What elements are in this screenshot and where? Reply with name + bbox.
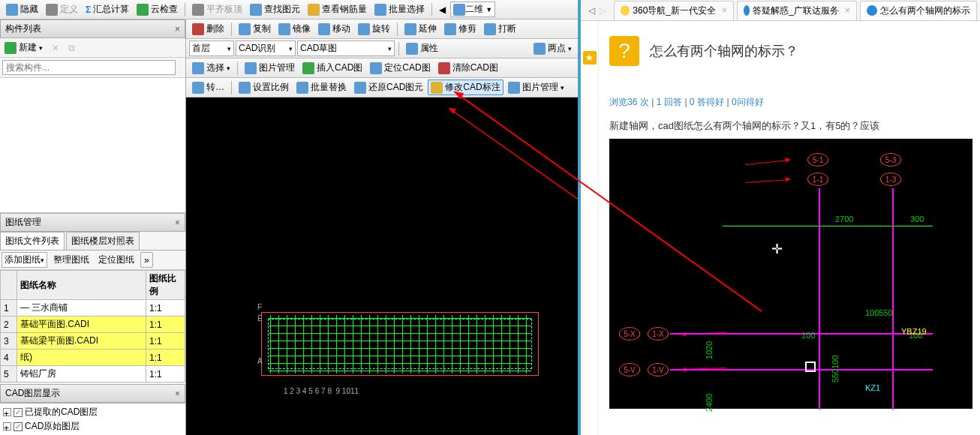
layer-row-extracted[interactable]: + ✓ 已提取的CAD图层 [2, 405, 184, 419]
pic-toolbar: 添加图纸▾ 整理图纸 定位图纸 » [0, 250, 185, 270]
hide-button[interactable]: 隐藏 [3, 2, 41, 17]
pic-table: 图纸名称 图纸比例 1 — 三水商铺 1:12 基础平面图.CADI 1:13 … [0, 270, 185, 382]
caddraft-dropdown[interactable]: CAD草图▾ [297, 40, 395, 56]
tab-layercmp[interactable]: 图纸楼层对照表 [66, 232, 140, 250]
cell-scale[interactable]: 1:1 [146, 366, 185, 382]
delete-button[interactable]: ✕ [49, 40, 62, 56]
browser-tab-question[interactable]: 怎么有两个轴网的标示 [860, 1, 977, 20]
copy-button[interactable]: ⧉ [65, 40, 78, 56]
layer-row-original[interactable]: + ✓ CAD原始图层 [2, 419, 184, 434]
cloudcheck-button[interactable]: 云检查 [134, 2, 181, 17]
col-scale[interactable]: 图纸比例 [146, 271, 185, 300]
rotate-button[interactable]: 旋转 [355, 21, 393, 37]
component-toolbar: 新建▾ ✕ ⧉ [0, 38, 185, 58]
cell-scale[interactable]: 1:1 [146, 316, 185, 333]
cell-name[interactable]: 基础平面图.CADI [17, 316, 146, 333]
browser-nav: ◁ ▷ [584, 5, 611, 16]
stat-goodans-link[interactable]: 0 答得好 [690, 97, 724, 107]
component-tree[interactable] [0, 78, 185, 213]
floor-dropdown[interactable]: 首层▾ [189, 40, 234, 56]
cad-canvas[interactable]: 删除 复制 镜像 移动 旋转 延伸 修剪 打断 首层▾ CAD识别▾ CAD草图… [186, 20, 578, 435]
copy-button[interactable]: 复制 [236, 21, 274, 37]
close-icon[interactable]: × [175, 388, 180, 399]
addpic-dropdown[interactable]: 添加图纸▾ [2, 252, 47, 268]
picmgr-button[interactable]: 图片管理 [242, 60, 298, 76]
col-name[interactable]: 图纸名称 [17, 271, 146, 300]
browser-tab-360[interactable]: 360导航_新一代安全× [614, 1, 734, 20]
canvas-toolbars: 删除 复制 镜像 移动 旋转 延伸 修剪 打断 首层▾ CAD识别▾ CAD草图… [186, 20, 578, 98]
back-button[interactable]: ◁ [588, 5, 595, 16]
checkbox[interactable]: ✓ [14, 408, 23, 417]
cadrecog-dropdown[interactable]: CAD识别▾ [236, 40, 296, 56]
define-button[interactable]: 定义 [43, 2, 81, 17]
plus-icon [5, 42, 17, 54]
tab-filelist[interactable]: 图纸文件列表 [0, 232, 65, 250]
rotcad-button[interactable]: 转… [189, 80, 227, 95]
delete-button[interactable]: 删除 [189, 21, 227, 37]
cell-scale[interactable]: 1:1 [146, 300, 185, 316]
stat-goodq-link[interactable]: 0问得好 [732, 97, 764, 107]
table-row[interactable]: 2 基础平面图.CADI 1:1 [1, 316, 185, 333]
sortpic-button[interactable]: 整理图纸 [50, 252, 92, 268]
stat-answers-link[interactable]: 1 回答 [657, 97, 682, 107]
browser-tab-gld[interactable]: 答疑解惑_广联达服务× [737, 1, 857, 20]
trim-button[interactable]: 修剪 [441, 21, 479, 37]
restorecad-button[interactable]: 还原CAD图元 [351, 80, 426, 95]
cell-scale[interactable]: 1:1 [146, 350, 185, 366]
cell-name[interactable]: 纸) [17, 350, 146, 366]
mirror-button[interactable]: 镜像 [275, 21, 314, 37]
grid-bubble: 1-3 [880, 172, 901, 186]
table-row[interactable]: 5 铸铝厂房 1:1 [1, 366, 185, 382]
locatecad-button[interactable]: 定位CAD图 [367, 60, 433, 76]
clearcad-button[interactable]: 清除CAD图 [435, 60, 501, 76]
separator [431, 3, 432, 16]
table-row[interactable]: 3 基础梁平面图.CADI 1:1 [1, 333, 185, 350]
tab-close-icon[interactable]: × [845, 5, 850, 16]
dim-text: 100 [801, 331, 815, 340]
cell-name[interactable]: 铸铝厂房 [17, 366, 146, 382]
expand-icon[interactable]: + [3, 408, 11, 416]
extend-button[interactable]: 延伸 [401, 21, 440, 37]
nav-left-button[interactable]: ◀ [436, 3, 449, 16]
dim-text: 550100 [831, 356, 840, 383]
grid-bubble: 5-X [619, 327, 640, 340]
move-icon [318, 23, 330, 35]
arrow-annotation [745, 179, 790, 183]
twopt-button[interactable]: 两点▾ [531, 40, 575, 56]
modcadnote-button[interactable]: 修改CAD标注 [428, 80, 503, 95]
insertcad-button[interactable]: 插入CAD图 [299, 60, 365, 76]
more-button[interactable]: » [140, 252, 153, 268]
select-button[interactable]: 选择▾ [189, 60, 233, 76]
forward-button[interactable]: ▷ [600, 5, 606, 16]
favicon-gld-icon [867, 5, 877, 16]
expand-icon[interactable]: + [3, 422, 11, 430]
break-button[interactable]: 打断 [481, 21, 519, 37]
viewmode-dropdown[interactable]: 二维▼ [450, 2, 495, 17]
cell-name[interactable]: — 三水商铺 [17, 300, 146, 316]
checkbox[interactable]: ✓ [14, 422, 23, 431]
new-button[interactable]: 新建▾ [2, 40, 46, 56]
svg-line-0 [449, 108, 578, 203]
browser-body: ★ ? 怎么有两个轴网的标示？ 浏览36 次 | 1 回答 | 0 答得好 | … [581, 21, 980, 435]
bookmark-star-icon[interactable]: ★ [583, 51, 597, 64]
batchrepl-button[interactable]: 批量替换 [293, 80, 350, 95]
close-icon[interactable]: × [175, 24, 180, 34]
cell-name[interactable]: 基础梁平面图.CADI [17, 333, 146, 350]
batchsel-button[interactable]: 批量选择 [371, 2, 428, 17]
flattop-button[interactable]: 平齐板顶 [189, 2, 245, 17]
findrebar-button[interactable]: 查看钢筋量 [305, 2, 370, 17]
picmanage-button[interactable]: 图片管理▾ [505, 80, 567, 95]
prop-button[interactable]: 属性 [403, 40, 441, 56]
move-button[interactable]: 移动 [315, 21, 353, 37]
sumcalc-button[interactable]: Σ汇总计算 [83, 2, 132, 17]
table-row[interactable]: 1 — 三水商铺 1:1 [1, 300, 185, 316]
question-title: 怎么有两个轴网的标示？ [650, 42, 798, 60]
table-row[interactable]: 4 纸) 1:1 [1, 350, 185, 366]
locpic-button[interactable]: 定位图纸 [95, 252, 137, 268]
cell-scale[interactable]: 1:1 [146, 333, 185, 350]
close-icon[interactable]: × [175, 218, 180, 228]
setscale-button[interactable]: 设置比例 [236, 80, 292, 95]
tab-close-icon[interactable]: × [722, 5, 727, 16]
findelem-button[interactable]: 查找图元 [247, 2, 303, 17]
search-input[interactable] [2, 60, 176, 75]
